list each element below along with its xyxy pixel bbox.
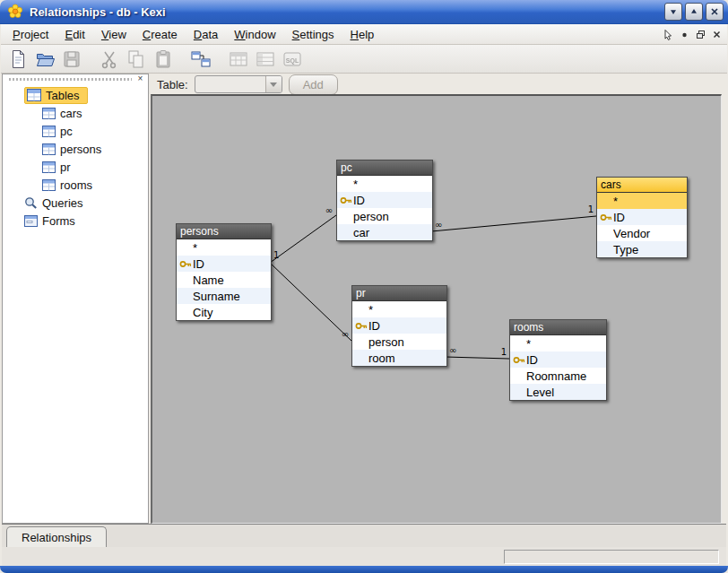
diagram-table-pr[interactable]: pr *IDpersonroom bbox=[351, 285, 447, 367]
cardinality-marker: ∞ bbox=[449, 345, 456, 355]
table-header[interactable]: persons bbox=[177, 224, 271, 239]
sidebar-item-table-cars[interactable]: cars bbox=[3, 104, 148, 122]
statusbar bbox=[2, 547, 726, 566]
field-label: * bbox=[613, 195, 618, 208]
menu-project[interactable]: Project bbox=[4, 26, 56, 43]
field-row-vendor[interactable]: Vendor bbox=[597, 225, 687, 241]
sidebar-item-table-rooms[interactable]: rooms bbox=[3, 176, 148, 194]
field-row-name[interactable]: Name bbox=[177, 272, 271, 288]
field-row-asterisk[interactable]: * bbox=[337, 176, 432, 192]
minimize-icon bbox=[669, 7, 678, 16]
field-row-id[interactable]: ID bbox=[510, 352, 606, 368]
field-row-person[interactable]: person bbox=[337, 208, 432, 224]
relationships-canvas[interactable]: 1 ∞ ∞ 1 ∞ ∞ 1 persons *IDNameSurnameCity… bbox=[151, 94, 722, 524]
menu-data[interactable]: Data bbox=[186, 26, 226, 43]
form-icon bbox=[24, 215, 38, 227]
field-label: person bbox=[368, 335, 404, 349]
sidebar-item-label: pc bbox=[60, 125, 73, 138]
field-row-id[interactable]: ID bbox=[352, 317, 446, 334]
sql-view-button[interactable]: SQL bbox=[280, 47, 305, 72]
sidebar-item-label: Queries bbox=[42, 196, 83, 210]
sidebar-item-table-pr[interactable]: pr bbox=[3, 158, 148, 176]
sidebar-item-table-pc[interactable]: pc bbox=[3, 122, 148, 140]
dock-drag-handle[interactable] bbox=[9, 78, 132, 81]
table-icon bbox=[42, 126, 56, 137]
field-row-surname[interactable]: Surname bbox=[177, 288, 271, 304]
sql-view-icon: SQL bbox=[282, 49, 302, 69]
main-toolbar: SQL bbox=[1, 45, 727, 74]
field-row-asterisk[interactable]: * bbox=[352, 301, 446, 317]
close-button[interactable] bbox=[706, 3, 724, 21]
minimize-button[interactable] bbox=[664, 3, 682, 21]
field-label: Vendor bbox=[613, 227, 650, 240]
relationships-button[interactable] bbox=[188, 47, 213, 72]
mdi-close-icon bbox=[711, 29, 723, 40]
cut-button[interactable] bbox=[97, 47, 122, 72]
field-row-asterisk[interactable]: * bbox=[177, 239, 271, 256]
field-row-car[interactable]: car bbox=[337, 224, 432, 240]
dot-icon bbox=[679, 29, 690, 40]
open-project-icon bbox=[35, 49, 55, 69]
relationship-line bbox=[270, 263, 351, 341]
sidebar-item-forms[interactable]: Forms bbox=[3, 212, 148, 230]
window-bottom-edge bbox=[0, 566, 728, 573]
dock-close-button[interactable]: × bbox=[135, 74, 145, 84]
field-row-id[interactable]: ID bbox=[597, 209, 687, 225]
menu-settings[interactable]: Settings bbox=[284, 26, 342, 43]
pointer-icon bbox=[663, 29, 674, 40]
field-row-asterisk[interactable]: * bbox=[510, 335, 606, 352]
field-row-asterisk[interactable]: * bbox=[597, 193, 687, 209]
open-project-button[interactable] bbox=[32, 47, 57, 72]
relationship-line bbox=[446, 357, 509, 359]
table-combobox[interactable] bbox=[195, 75, 282, 93]
field-row-id[interactable]: ID bbox=[337, 192, 432, 208]
maximize-button[interactable] bbox=[685, 3, 703, 21]
kexi-app-icon[interactable] bbox=[7, 4, 23, 20]
sidebar-item-queries[interactable]: Queries bbox=[3, 194, 148, 212]
chevron-down-icon bbox=[270, 82, 277, 87]
diagram-table-rooms[interactable]: rooms *IDRoomnameLevel bbox=[509, 319, 607, 401]
save-button[interactable] bbox=[59, 47, 84, 72]
field-row-type[interactable]: Type bbox=[597, 241, 687, 257]
titlebar[interactable]: Relationships - db - Kexi bbox=[0, 0, 728, 24]
mdi-dot-button[interactable] bbox=[678, 28, 691, 41]
field-row-roomname[interactable]: Roomname bbox=[510, 368, 606, 384]
menu-edit[interactable]: Edit bbox=[56, 26, 92, 43]
design-view-button[interactable] bbox=[253, 47, 278, 72]
tab-relationships[interactable]: Relationships bbox=[6, 526, 107, 548]
diagram-table-persons[interactable]: persons *IDNameSurnameCity bbox=[176, 223, 272, 321]
mdi-restore-button[interactable] bbox=[694, 28, 707, 41]
table-header[interactable]: rooms bbox=[510, 320, 606, 335]
magnifier-icon bbox=[24, 196, 38, 209]
sidebar-item-label: pr bbox=[60, 161, 71, 174]
menu-help[interactable]: Help bbox=[342, 26, 383, 43]
mdi-pointer-button[interactable] bbox=[662, 28, 675, 41]
table-header[interactable]: pr bbox=[352, 286, 446, 301]
field-row-level[interactable]: Level bbox=[510, 384, 606, 400]
mdi-close-button[interactable] bbox=[710, 28, 724, 41]
copy-icon bbox=[126, 49, 146, 69]
cardinality-marker: ∞ bbox=[325, 205, 333, 215]
field-row-city[interactable]: City bbox=[177, 304, 271, 320]
menu-view[interactable]: View bbox=[93, 26, 134, 43]
table-view-button[interactable] bbox=[226, 47, 251, 72]
menu-create[interactable]: Create bbox=[134, 26, 186, 43]
add-table-button[interactable]: Add bbox=[289, 74, 338, 95]
field-label: * bbox=[193, 241, 197, 255]
diagram-table-cars[interactable]: cars *IDVendorType bbox=[596, 177, 688, 258]
sidebar-item-table-persons[interactable]: persons bbox=[3, 140, 148, 158]
combobox-dropdown-button[interactable] bbox=[265, 76, 282, 92]
menu-window[interactable]: Window bbox=[226, 26, 283, 43]
paste-button[interactable] bbox=[151, 47, 176, 72]
field-row-id[interactable]: ID bbox=[177, 256, 271, 272]
sidebar-item-tables[interactable]: Tables bbox=[3, 86, 148, 104]
table-header[interactable]: cars bbox=[597, 178, 687, 193]
field-row-person[interactable]: person bbox=[352, 334, 446, 350]
window-title: Relationships - db - Kexi bbox=[30, 5, 662, 19]
copy-button[interactable] bbox=[124, 47, 149, 72]
new-document-button[interactable] bbox=[5, 47, 30, 72]
primary-key-icon bbox=[513, 356, 526, 364]
diagram-table-pc[interactable]: pc *IDpersoncar bbox=[336, 160, 433, 241]
table-header[interactable]: pc bbox=[337, 161, 432, 176]
field-row-room[interactable]: room bbox=[352, 350, 446, 366]
